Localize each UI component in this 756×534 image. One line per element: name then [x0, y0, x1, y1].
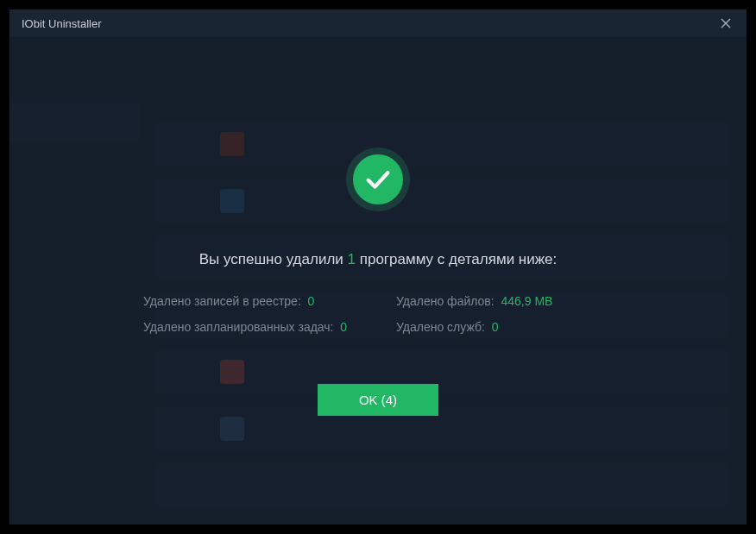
outer-frame: IObit Uninstaller [0, 0, 756, 534]
success-headline: Вы успешно удалили 1 программу с деталям… [136, 251, 620, 268]
close-icon[interactable] [717, 15, 734, 32]
stat-files: Удалено файлов: 446,9 MB [396, 294, 613, 308]
ok-button[interactable]: OK (4) [318, 384, 438, 416]
stat-tasks: Удалено запланированных задач: 0 [143, 320, 360, 334]
stat-files-value: 446,9 MB [501, 294, 552, 308]
stat-registry: Удалено записей в реестре: 0 [143, 294, 360, 308]
stat-tasks-label: Удалено запланированных задач: [143, 320, 334, 334]
window-title: IObit Uninstaller [22, 17, 101, 30]
modal-overlay: Вы успешно удалили 1 программу с деталям… [9, 37, 747, 525]
success-check-icon [346, 148, 410, 211]
stat-services: Удалено служб: 0 [396, 320, 613, 334]
stats-grid: Удалено записей в реестре: 0 Удалено фай… [136, 294, 620, 334]
stat-services-label: Удалено служб: [396, 320, 485, 334]
stat-tasks-value: 0 [340, 320, 347, 334]
headline-post: программу с деталями ниже: [356, 251, 557, 267]
stat-files-label: Удалено файлов: [396, 294, 495, 308]
stat-registry-label: Удалено записей в реестре: [143, 294, 301, 308]
modal-content: Вы успешно удалили 1 программу с деталям… [136, 148, 620, 416]
headline-count: 1 [348, 251, 356, 267]
headline-pre: Вы успешно удалили [199, 251, 348, 267]
titlebar: IObit Uninstaller [9, 9, 747, 37]
app-window: IObit Uninstaller [9, 9, 747, 525]
stat-services-value: 0 [492, 320, 499, 334]
stat-registry-value: 0 [308, 294, 315, 308]
